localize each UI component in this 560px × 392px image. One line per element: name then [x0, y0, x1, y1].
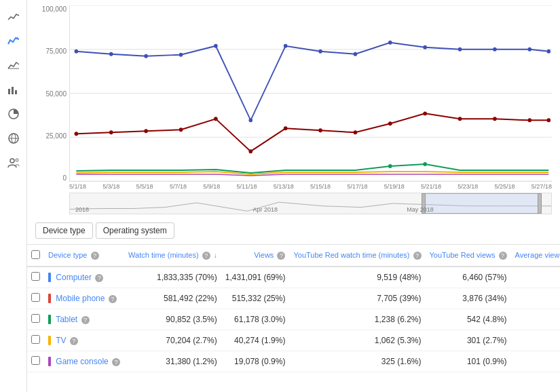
header-views[interactable]: Views ? — [221, 245, 290, 267]
svg-point-16 — [75, 50, 79, 54]
svg-point-18 — [144, 54, 148, 58]
row-device-info-2[interactable]: ? — [81, 316, 90, 324]
row-device-2: Tablet ? — [44, 309, 124, 330]
svg-rect-3 — [12, 87, 14, 94]
y-label-25k: 25,000 — [45, 132, 67, 140]
row-device-info-4[interactable]: ? — [112, 358, 120, 366]
range-handle-right[interactable] — [538, 193, 542, 214]
row-color-bar-1 — [48, 294, 51, 303]
y-label-100k: 100,000 — [42, 5, 67, 13]
x-label-3: 5/7/18 — [170, 183, 187, 190]
bar-chart-icon[interactable] — [3, 79, 24, 100]
operating-system-button[interactable]: Operating system — [96, 222, 174, 239]
svg-point-9 — [10, 159, 14, 163]
row-watch-time-0: 1,833,335 (70%) — [124, 267, 221, 288]
svg-point-37 — [284, 126, 288, 130]
device-type-button[interactable]: Device type — [35, 222, 93, 239]
y-label-75k: 75,000 — [45, 47, 67, 55]
row-checkbox-cell-2 — [27, 309, 44, 330]
row-device-4: Game console ? — [44, 351, 124, 372]
svg-point-35 — [214, 117, 218, 121]
row-device-info-3[interactable]: ? — [70, 337, 78, 345]
svg-point-10 — [16, 159, 18, 161]
svg-point-42 — [458, 117, 462, 121]
range-selector[interactable]: 2018 Apr 2018 May 2018 — [69, 193, 552, 214]
row-yt-red-watch-time-4: 325 (1.6%) — [289, 351, 425, 372]
row-color-bar-4 — [48, 357, 51, 366]
range-start-label: 2018 — [75, 206, 89, 213]
pie-chart-icon[interactable] — [3, 103, 24, 125]
x-label-4: 5/9/18 — [203, 183, 220, 190]
row-checkbox-4[interactable] — [31, 356, 40, 365]
chart-svg — [70, 5, 552, 181]
globe-icon[interactable] — [3, 128, 24, 149]
row-checkbox-2[interactable] — [31, 314, 40, 323]
row-yt-red-watch-time-0: 9,519 (48%) — [289, 267, 425, 288]
row-device-info-0[interactable]: ? — [95, 274, 103, 282]
table-row: TV ? 70,204 (2.7%) 40,274 (1.9%) 1,062 (… — [27, 330, 560, 351]
header-device-type[interactable]: Device type ? — [44, 245, 124, 267]
row-watch-time-1: 581,492 (22%) — [124, 288, 221, 309]
data-table: Device type ? Watch time (minutes) ? ↓ V… — [27, 245, 560, 372]
x-label-12: 5/25/18 — [495, 183, 515, 190]
row-views-2: 61,178 (3.0%) — [221, 309, 290, 330]
row-device-name-0[interactable]: Computer — [56, 273, 92, 282]
row-watch-time-3: 70,204 (2.7%) — [124, 330, 221, 351]
row-checkbox-3[interactable] — [31, 335, 40, 344]
header-avg-view-duration[interactable]: Average view duration ? — [511, 245, 560, 267]
svg-point-39 — [354, 130, 358, 134]
row-checkbox-0[interactable] — [31, 272, 40, 281]
yt-red-watch-time-info-icon[interactable]: ? — [413, 252, 422, 260]
watch-time-sort-icon: ↓ — [214, 252, 217, 259]
yt-red-views-info-icon[interactable]: ? — [499, 252, 507, 260]
views-info-icon[interactable]: ? — [277, 252, 285, 260]
svg-point-41 — [423, 111, 427, 115]
watch-time-info-icon[interactable]: ? — [202, 252, 210, 260]
header-yt-red-views[interactable]: YouTube Red views ? — [426, 245, 511, 267]
svg-point-36 — [248, 149, 253, 153]
chart-area: 100,000 75,000 50,000 25,000 0 — [27, 0, 560, 217]
table-row: Game console ? 31,380 (1.2%) 19,078 (0.9… — [27, 351, 560, 372]
svg-point-45 — [547, 118, 551, 122]
device-type-info-icon[interactable]: ? — [91, 252, 99, 260]
svg-point-44 — [528, 118, 532, 122]
header-yt-red-watch-time[interactable]: YouTube Red watch time (minutes) ? — [289, 245, 425, 267]
row-checkbox-cell-3 — [27, 330, 44, 351]
header-watch-time[interactable]: Watch time (minutes) ? ↓ — [124, 245, 221, 267]
svg-point-40 — [388, 121, 392, 125]
row-device-name-2[interactable]: Tablet — [56, 315, 77, 324]
x-label-9: 5/19/18 — [384, 183, 405, 190]
row-device-info-1[interactable]: ? — [109, 295, 117, 303]
row-checkbox-1[interactable] — [31, 293, 40, 302]
line-chart-icon[interactable] — [3, 5, 24, 27]
select-all-checkbox[interactable] — [31, 250, 40, 259]
row-yt-red-views-3: 301 (2.7%) — [426, 330, 511, 351]
row-device-name-1[interactable]: Mobile phone — [56, 294, 105, 303]
row-device-name-3[interactable]: TV — [56, 336, 66, 345]
row-device-3: TV ? — [44, 330, 124, 351]
x-label-5: 5/11/18 — [236, 183, 257, 190]
y-axis: 100,000 75,000 50,000 25,000 0 — [35, 5, 69, 182]
svg-point-22 — [284, 44, 288, 48]
svg-point-38 — [318, 128, 322, 132]
row-avg-view-duration-2: 1:29 — [511, 309, 560, 330]
row-watch-time-4: 31,380 (1.2%) — [124, 351, 221, 372]
row-device-name-4[interactable]: Game console — [56, 357, 108, 366]
row-avg-view-duration-4: 1:38 — [511, 351, 560, 372]
row-checkbox-cell-1 — [27, 288, 44, 309]
trend-chart-icon[interactable] — [3, 30, 24, 52]
row-yt-red-views-1: 3,876 (34%) — [426, 288, 511, 309]
main-content: 100,000 75,000 50,000 25,000 0 — [27, 0, 560, 392]
row-views-1: 515,332 (25%) — [221, 288, 290, 309]
people-icon[interactable] — [3, 152, 24, 174]
svg-point-30 — [547, 50, 551, 54]
table-row: Tablet ? 90,852 (3.5%) 61,178 (3.0%) 1,2… — [27, 309, 560, 330]
area-chart-icon[interactable] — [3, 54, 24, 76]
svg-point-20 — [214, 44, 218, 48]
row-device-0: Computer ? — [44, 267, 124, 288]
table-area: Device type ? Watch time (minutes) ? ↓ V… — [27, 245, 560, 392]
row-watch-time-2: 90,852 (3.5%) — [124, 309, 221, 330]
row-color-bar-0 — [48, 273, 51, 282]
svg-point-32 — [109, 130, 113, 134]
x-label-13: 5/27/18 — [531, 183, 552, 190]
